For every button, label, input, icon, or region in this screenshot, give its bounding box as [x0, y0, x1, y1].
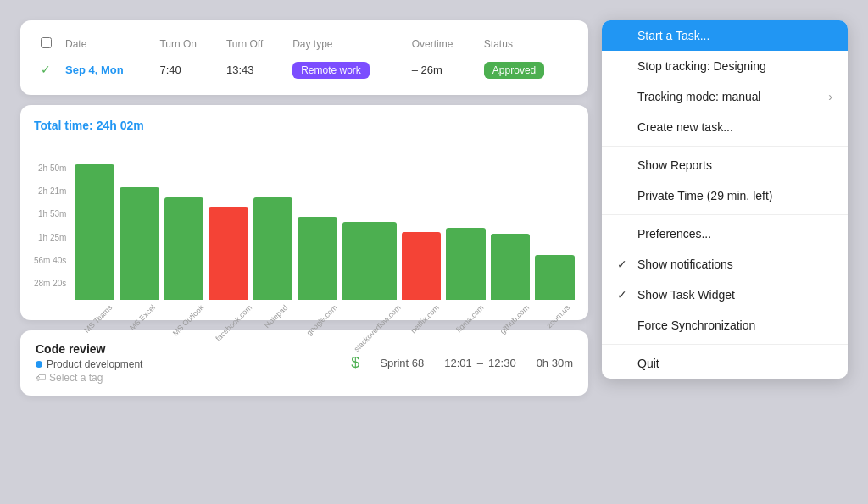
- menu-separator: [602, 214, 848, 215]
- menu-item-label: Show Reports: [637, 158, 712, 172]
- y-label-2: 2h 21m: [34, 186, 66, 196]
- bar-zoom.us: [535, 255, 575, 300]
- chart-card: Total time: 24h 02m 2h 50m 2h 21m 1h 53m…: [20, 105, 588, 320]
- menu-item-label: Stop tracking: Designing: [637, 59, 766, 73]
- menu-item-preferences[interactable]: Preferences...: [602, 219, 848, 249]
- bar-group: facebook.com: [209, 207, 248, 312]
- bar-label: Notepad: [263, 303, 289, 330]
- tag-icon: 🏷: [36, 372, 46, 384]
- bar-msteams: [75, 164, 114, 300]
- task-duration: 0h 30m: [537, 357, 573, 369]
- col-daytype: Day type: [286, 34, 405, 58]
- project-dot-icon: [36, 361, 42, 368]
- menu-item-label: Create new task...: [637, 120, 733, 134]
- bar-group: MS Excel: [120, 187, 159, 312]
- project-name: Product development: [47, 358, 142, 370]
- menu-item-private-time[interactable]: Private Time (29 min. left): [602, 180, 848, 211]
- bar-msexcel: [120, 187, 159, 300]
- bar-google.com: [298, 217, 337, 300]
- bar-group: github.com: [491, 234, 531, 312]
- menu-separator: [602, 344, 848, 345]
- bar-stackoverflow.com: [342, 222, 397, 300]
- time-dash: –: [477, 357, 483, 369]
- y-label-5: 56m 40s: [34, 256, 66, 265]
- col-turnon: Turn On: [153, 34, 219, 58]
- sprint-label: Sprint 68: [380, 357, 424, 369]
- col-status: Status: [477, 34, 575, 58]
- menu-item-label: Private Time (29 min. left): [637, 189, 773, 202]
- menu-item-label: Show notifications: [637, 258, 733, 271]
- bar-facebook.com: [209, 207, 248, 300]
- bar-group: figma.com: [446, 228, 486, 312]
- menu-check-icon: ✓: [617, 258, 631, 271]
- menu-item-label: Preferences...: [637, 227, 711, 241]
- time-end: 12:30: [488, 357, 516, 369]
- context-menu: Start a Task...Stop tracking: DesigningT…: [602, 20, 848, 379]
- menu-item-label: Tracking mode: manual: [637, 90, 761, 103]
- menu-item-label: Start a Task...: [637, 29, 709, 42]
- attendance-card: Date Turn On Turn Off Day type Overtime …: [20, 20, 588, 95]
- task-tag: 🏷 Select a tag: [36, 372, 331, 384]
- chart-area: 2h 50m 2h 21m 1h 53m 1h 25m 56m 40s 28m …: [34, 142, 575, 312]
- tag-label: Select a tag: [49, 372, 103, 384]
- bar-github.com: [491, 234, 531, 300]
- menu-item-label: Quit: [637, 357, 659, 370]
- select-all-checkbox[interactable]: [41, 37, 52, 48]
- menu-check-icon: ✓: [617, 288, 631, 302]
- col-overtime: Overtime: [405, 34, 477, 58]
- row-overtime: – 26m: [412, 64, 442, 76]
- menu-item-label: Force Synchronization: [637, 318, 755, 332]
- bar-label: MS Excel: [128, 303, 157, 332]
- attendance-table: Date Turn On Turn Off Day type Overtime …: [34, 34, 575, 81]
- row-date: Sep 4, Mon: [65, 64, 124, 76]
- menu-item-show-reports[interactable]: Show Reports: [602, 150, 848, 180]
- bar-notepad: [253, 197, 293, 300]
- menu-item-show-widget[interactable]: ✓Show Task Widget: [602, 280, 848, 310]
- bars-container: MS TeamsMS ExcelMS Outlookfacebook.comNo…: [75, 163, 575, 312]
- bar-msoutlook: [164, 197, 204, 300]
- bar-group: zoom.us: [535, 255, 575, 312]
- chart-y-axis: 2h 50m 2h 21m 1h 53m 1h 25m 56m 40s 28m …: [34, 163, 66, 312]
- billable-icon: $: [351, 354, 359, 372]
- task-info: Code review Product development 🏷 Select…: [36, 342, 331, 384]
- submenu-arrow-icon: ›: [828, 90, 832, 103]
- bar-group: MS Teams: [75, 164, 114, 312]
- col-turnoff: Turn Off: [220, 34, 286, 58]
- left-panel: Date Turn On Turn Off Day type Overtime …: [20, 20, 588, 396]
- time-range: 12:01 – 12:30: [444, 357, 515, 369]
- menu-item-show-notifications[interactable]: ✓Show notifications: [602, 249, 848, 280]
- y-label-4: 1h 25m: [34, 233, 66, 242]
- y-label-6: 28m 20s: [34, 279, 66, 288]
- bar-group: Notepad: [253, 197, 293, 312]
- menu-item-label: Show Task Widget: [637, 288, 735, 302]
- menu-item-force-sync[interactable]: Force Synchronization: [602, 310, 848, 341]
- time-start: 12:01: [444, 357, 472, 369]
- bar-label: figma.com: [454, 303, 485, 334]
- y-label-1: 2h 50m: [34, 163, 66, 173]
- bar-group: stackoverflow.com: [342, 222, 397, 312]
- menu-item-tracking-mode[interactable]: Tracking mode: manual›: [602, 81, 848, 112]
- app-container: Date Turn On Turn Off Day type Overtime …: [0, 0, 868, 504]
- menu-item-quit[interactable]: Quit: [602, 348, 848, 379]
- task-project: Product development: [36, 358, 331, 370]
- bar-group: MS Outlook: [164, 197, 204, 312]
- row-turn-on: 7:40: [159, 64, 181, 76]
- status-badge: Approved: [484, 62, 544, 79]
- bar-group: google.com: [298, 217, 337, 312]
- bar-label: zoom.us: [545, 303, 571, 330]
- chart-title: Total time: 24h 02m: [34, 119, 575, 132]
- chart-total-time: 24h 02m: [97, 119, 144, 132]
- y-label-3: 1h 53m: [34, 209, 66, 219]
- chart-title-static: Total time:: [34, 119, 93, 132]
- bar-group: netflix.com: [402, 232, 442, 312]
- row-turn-off: 13:43: [226, 64, 254, 76]
- col-date: Date: [58, 34, 153, 58]
- menu-item-create-task[interactable]: Create new task...: [602, 112, 848, 142]
- menu-item-start-task[interactable]: Start a Task...: [602, 20, 848, 51]
- day-type-badge: Remote work: [292, 62, 370, 79]
- menu-separator: [602, 146, 848, 147]
- table-row: ✓ Sep 4, Mon 7:40 13:43 Remote work – 26…: [34, 58, 575, 81]
- row-check-icon: ✓: [41, 63, 51, 76]
- bar-netflix.com: [402, 232, 442, 300]
- menu-item-stop-tracking[interactable]: Stop tracking: Designing: [602, 51, 848, 81]
